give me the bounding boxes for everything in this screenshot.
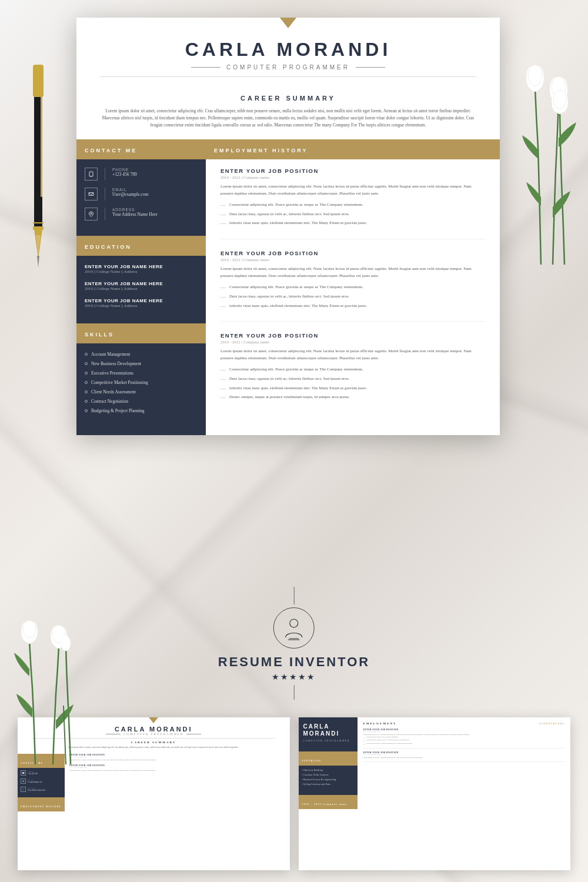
job-title-3: ENTER YOUR JOB POSITION bbox=[220, 332, 485, 339]
bullet-dash: — bbox=[220, 366, 226, 373]
svg-point-33 bbox=[91, 213, 92, 214]
thumb1-email: ✉ EMAIL User@example.com bbox=[21, 779, 62, 784]
two-column-layout: CONTACT ME PHONE +123 456 789 bbox=[76, 139, 500, 435]
phone-info: PHONE +123 456 789 bbox=[112, 168, 137, 177]
thumb1-email-val: User@example.com bbox=[28, 781, 42, 783]
thumb1-phone-text: PHONE +123 456 789 bbox=[28, 771, 38, 775]
edu-name-3: ENTER YOUR JOB NAME HERE bbox=[85, 298, 198, 303]
right-column: EMPLOYMENT HISTORY ENTER YOUR JOB POSITI… bbox=[206, 139, 500, 435]
contact-address: ADDRESS Your Address Name Here bbox=[85, 208, 198, 220]
bullet-text-2-1: Consectetur adipiscing elit. Fusce gravi… bbox=[229, 284, 363, 290]
edu-details-1: 2010 || College Name || Address bbox=[85, 269, 198, 274]
phone-label: PHONE bbox=[112, 168, 137, 172]
thumbnail-2: CARLAMORANDI COMPUTER PROGRAMMER EXPERTI… bbox=[299, 717, 571, 870]
job-desc-2: Lorem ipsum dolor sit amet, consectetur … bbox=[220, 266, 485, 279]
bullet-dash: — bbox=[220, 284, 226, 291]
header-line-left bbox=[191, 67, 220, 68]
contact-phone: PHONE +123 456 789 bbox=[85, 168, 198, 181]
thumb1-email-text: EMAIL User@example.com bbox=[28, 779, 42, 783]
bullet-text-1-3: lobortis vitae nunc quis, eleifend eleme… bbox=[229, 220, 367, 226]
skill-1: Account Management bbox=[85, 352, 198, 357]
thumb1-addr-val: Your Address Name Here bbox=[28, 789, 46, 791]
thumb2-skill-3: • Business Process Re-engineering bbox=[302, 779, 354, 781]
svg-rect-7 bbox=[33, 222, 44, 223]
pen-decoration bbox=[12, 47, 65, 273]
job-title-2: ENTER YOUR JOB POSITION bbox=[220, 250, 485, 256]
thumb2-btext-2: Duis lacus risus, egestas in velit ac, l… bbox=[367, 739, 410, 741]
contact-email: EMAIL User@example.com bbox=[85, 188, 198, 201]
thumb2-skill-name-2: • Customer Needs Analysis bbox=[302, 774, 354, 776]
bullet-dash: — bbox=[220, 293, 226, 300]
thumb2-skill-2: • Customer Needs Analysis bbox=[302, 774, 354, 776]
bullet-text-2-3: lobortis vitae nunc quis, eleifend eleme… bbox=[229, 303, 367, 309]
thumb2-skill-4: • Selling Solutions and Dom... bbox=[302, 783, 354, 786]
skill-text-6: Contract Negotiation bbox=[91, 399, 128, 404]
skill-bullet-5 bbox=[85, 390, 88, 393]
skill-bullet-4 bbox=[85, 381, 88, 384]
svg-point-24 bbox=[23, 620, 36, 638]
job-desc-3: Lorem ipsum dolor sit amet, consectetur … bbox=[220, 348, 485, 362]
skill-2: New Business Development bbox=[85, 361, 198, 366]
thumb2-job-date-2: 2010 - 2012 | Company name bbox=[363, 754, 565, 756]
bullet-dash: — bbox=[220, 303, 226, 310]
skill-5: Client Needs Assessment bbox=[85, 389, 198, 395]
thumb2-name: CARLAMORANDI bbox=[303, 723, 353, 737]
thumb2-skill-1: • Objection Handling bbox=[302, 769, 354, 771]
bullet-dash: — bbox=[220, 385, 226, 392]
job-dates-2: 2010 - 2012 | Company name bbox=[220, 258, 485, 262]
brand-name: RESUME INVENTOR bbox=[218, 654, 370, 670]
address-label: ADDRESS bbox=[112, 208, 158, 212]
email-label: EMAIL bbox=[112, 188, 148, 192]
address-value: Your Address Name Here bbox=[112, 212, 158, 217]
resume-profession: COMPUTER PROGRAMMER bbox=[226, 64, 350, 71]
career-summary-text: Lorem ipsum dolor sit amet, consectetur … bbox=[100, 108, 476, 129]
bullet-dash: — bbox=[220, 394, 226, 401]
thumb1-address: ⌂ ADDRESS Your Address Name Here bbox=[21, 787, 62, 792]
edu-entry-3: ENTER YOUR JOB NAME HERE 2010 || College… bbox=[85, 298, 198, 308]
address-icon bbox=[85, 208, 98, 220]
thumb2-skill-name-3: • Business Process Re-engineering bbox=[302, 779, 354, 781]
thumb1-email-icon: ✉ bbox=[21, 779, 26, 784]
tulips-bottom-left-decoration bbox=[0, 588, 106, 764]
brand-circle bbox=[273, 607, 315, 649]
svg-point-20 bbox=[553, 90, 566, 109]
thumb1-line-right bbox=[186, 734, 201, 734]
employment-title: EMPLOYMENT HISTORY bbox=[214, 148, 308, 153]
thumb2-layout: CARLAMORANDI COMPUTER PROGRAMMER EXPERTI… bbox=[299, 717, 571, 809]
thumb1-phone-icon: ☎ bbox=[21, 770, 26, 776]
job-bullet-2-3: — lobortis vitae nunc quis, eleifend ele… bbox=[220, 303, 485, 310]
edu-entry-1: ENTER YOUR JOB NAME HERE 2010 || College… bbox=[85, 264, 198, 274]
bullet-dash: — bbox=[220, 376, 226, 383]
job-bullet-3-1: — Consectetur adipiscing elit. Fusce gra… bbox=[220, 366, 485, 373]
thumb2-dash-2: — bbox=[363, 739, 366, 741]
thumb2-btext-3: lobortis vitae nunc quis, eleifend eleme… bbox=[367, 743, 413, 745]
skill-text-5: Client Needs Assessment bbox=[91, 389, 136, 395]
bullet-text-1-1: Consectetur adipiscing elit. Fusce gravi… bbox=[229, 202, 363, 208]
thumb2-job-2: ENTER YOUR JOB POSITION 2010 - 2012 | Co… bbox=[363, 751, 565, 762]
thumb2-bullet-2: — Duis lacus risus, egestas in velit ac,… bbox=[363, 739, 565, 741]
job-dates-3: 2010 - 2012 | Company name bbox=[220, 340, 485, 345]
education-title: EDUCATION bbox=[85, 244, 132, 250]
career-summary-section: CAREER SUMMARY Lorem ipsum dolor sit ame… bbox=[76, 95, 500, 139]
resume-card: CARLA MORANDI COMPUTER PROGRAMMER CAREER… bbox=[76, 18, 500, 435]
career-summary-title: CAREER SUMMARY bbox=[100, 95, 476, 102]
contact-title: CONTACT ME bbox=[85, 148, 137, 153]
svg-rect-32 bbox=[89, 193, 93, 196]
thumb2-left: CARLAMORANDI COMPUTER PROGRAMMER EXPERTI… bbox=[299, 717, 358, 809]
job-entry-2: ENTER YOUR JOB POSITION 2010 - 2012 | Co… bbox=[220, 250, 485, 322]
thumb2-job-text-2: Lorem ipsum dolor sit amet, consectetur … bbox=[363, 757, 565, 759]
job-bullet-1-3: — lobortis vitae nunc quis, eleifend ele… bbox=[220, 220, 485, 227]
skill-text-7: Budgeting & Project Planning bbox=[91, 408, 145, 413]
svg-point-29 bbox=[61, 636, 71, 651]
skills-title: SKILLS bbox=[85, 332, 114, 338]
svg-rect-30 bbox=[89, 172, 93, 176]
bullet-text-2-2: Duis lacus risus, egestas in velit ac, l… bbox=[229, 293, 349, 300]
education-bar: EDUCATION bbox=[76, 236, 206, 256]
resume-header: CARLA MORANDI COMPUTER PROGRAMMER bbox=[76, 18, 500, 95]
thumb1-addr-icon: ⌂ bbox=[21, 787, 26, 792]
thumb1-emp-title: EMPLOYMENT HISTORY bbox=[21, 806, 62, 808]
job-desc-1: Lorem ipsum dolor sit amet, consectetur … bbox=[220, 183, 485, 197]
job-bullet-3-2: — Duis lacus risus, egestas in velit ac,… bbox=[220, 376, 485, 383]
bullet-text-3-1: Consectetur adipiscing elit. Fusce gravi… bbox=[229, 366, 363, 373]
svg-rect-2 bbox=[33, 65, 44, 97]
